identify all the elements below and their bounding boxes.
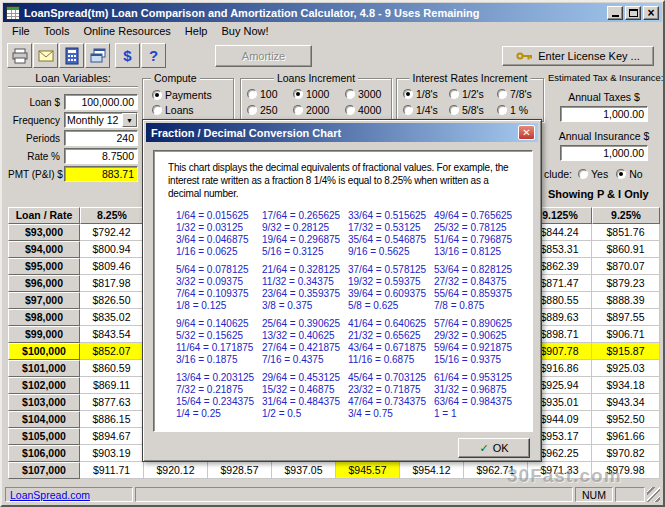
loan-row-header: $94,000 [8, 241, 80, 258]
frequency-select[interactable]: Monthly 12▼ [64, 112, 138, 128]
fraction-entry: 47/64 = 0.734375 [348, 396, 434, 408]
estimated-tax-insurance-panel: Estimated Tax & Insurance: Annual Taxes … [548, 72, 660, 161]
loans-increment-option-2000[interactable]: 2000 [293, 104, 345, 116]
menu-item-file[interactable]: File [5, 23, 37, 39]
include-row: clude: YesNo [544, 168, 643, 180]
include-option-yes[interactable]: Yes [578, 168, 608, 180]
table-cell: $928.57 [208, 462, 272, 479]
pmt-p-i-field[interactable]: 883.71 [64, 166, 138, 182]
maximize-button[interactable] [625, 6, 641, 20]
loans-increment-option-4000[interactable]: 4000 [345, 104, 391, 116]
window-title: LoanSpread(tm) Loan Comparison and Amort… [24, 7, 480, 19]
minimize-button[interactable] [607, 6, 623, 20]
fraction-entry: 21/64 = 0.328125 [262, 264, 348, 276]
loans-increment-option-250[interactable]: 250 [247, 104, 293, 116]
loan-row-header: $93,000 [8, 224, 80, 241]
fraction-entry: 5/8 = 0.625 [348, 300, 434, 312]
fraction-entry: 17/32 = 0.53125 [348, 222, 434, 234]
radio-icon [345, 89, 355, 99]
fraction-entry: 1/16 = 0.0625 [176, 246, 262, 258]
fraction-entry: 11/32 = 0.34375 [262, 276, 348, 288]
estimated-tax-insurance-title: Estimated Tax & Insurance: [548, 72, 660, 83]
table-cell: $894.67 [80, 428, 144, 445]
include-label-fragment: clude: [544, 168, 572, 180]
include-option-no[interactable]: No [616, 168, 642, 180]
loan-row-header: $106,000 [8, 445, 80, 462]
title-bar: LoanSpread(tm) Loan Comparison and Amort… [3, 3, 662, 22]
calculator-button[interactable] [59, 43, 84, 68]
status-panel [615, 487, 645, 502]
fraction-entry: 9/64 = 0.140625 [176, 318, 262, 330]
annual-taxes-field[interactable]: 1,000.00 [560, 106, 648, 122]
table-cell: $925.03 [592, 360, 660, 377]
table-cell: $852.07 [80, 343, 144, 360]
rates-increment-option-1-8-s[interactable]: 1/8's [403, 88, 449, 100]
menu-item-help[interactable]: Help [178, 23, 215, 39]
dialog-content-panel: This chart displays the decimal equivale… [153, 150, 533, 432]
annual-taxes-label: Annual Taxes $ [548, 91, 660, 103]
radio-icon [345, 105, 355, 115]
rates-increment-option-5-8-s[interactable]: 5/8's [449, 104, 497, 116]
fraction-entry: 45/64 = 0.703125 [348, 372, 434, 384]
fraction-entry: 1/64 = 0.015625 [176, 210, 262, 222]
dialog-description: This chart displays the decimal equivale… [168, 161, 520, 200]
table-cell: $888.39 [592, 292, 660, 309]
ok-button[interactable]: ✓ OK [458, 438, 530, 458]
menu-bar: FileToolsOnline ResourcesHelpBuy Now! [3, 22, 662, 40]
table-cell: $937.05 [272, 462, 336, 479]
table-cell: $792.42 [80, 224, 144, 241]
resize-grip[interactable] [647, 487, 660, 502]
help-button[interactable]: ? [141, 43, 166, 68]
column-header-8-25: 8.25% [80, 207, 144, 224]
rates-increment-option-1[interactable]: 1 % [497, 104, 541, 116]
loans-increment-option-1000[interactable]: 1000 [293, 88, 345, 100]
currency-button[interactable]: $ [115, 43, 140, 68]
enter-license-key-button[interactable]: Enter License Key ... [502, 46, 654, 66]
compute-option-loans[interactable]: Loans [152, 104, 233, 116]
fraction-entry: 59/64 = 0.921875 [434, 342, 520, 354]
fraction-entry: 27/32 = 0.84375 [434, 276, 520, 288]
rates-increment-option-1-2-s[interactable]: 1/2's [449, 88, 497, 100]
table-cell: $886.15 [80, 411, 144, 428]
loan-row-header: $103,000 [8, 394, 80, 411]
annual-insurance-field[interactable]: 1,000.00 [560, 145, 648, 161]
rate-field[interactable]: 8.7500 [64, 148, 138, 164]
table-cell: $800.94 [80, 241, 144, 258]
fraction-entry: 7/64 = 0.109375 [176, 288, 262, 300]
rates-increment-option-1-4-s[interactable]: 1/4's [403, 104, 449, 116]
fraction-entry: 51/64 = 0.796875 [434, 234, 520, 246]
compute-option-payments[interactable]: Payments [152, 89, 233, 101]
amortize-button[interactable]: Amortize [215, 45, 312, 67]
close-button[interactable]: × [643, 6, 659, 20]
menu-item-tools[interactable]: Tools [37, 23, 77, 39]
loanspread-link[interactable]: LoanSpread.com [10, 489, 90, 501]
fraction-entry: 33/64 = 0.515625 [348, 210, 434, 222]
dialog-close-button[interactable]: ✕ [518, 125, 535, 140]
radio-icon [293, 89, 303, 99]
loan-row-header: $99,000 [8, 326, 80, 343]
fraction-entry: 19/64 = 0.296875 [262, 234, 348, 246]
loans-increment-option-100[interactable]: 100 [247, 88, 293, 100]
loan-variables-panel: Loan Variables: Loan $100,000.00Frequenc… [8, 72, 138, 183]
chevron-down-icon[interactable]: ▼ [122, 113, 137, 127]
print-button[interactable] [7, 43, 32, 68]
fraction-entry: 3/4 = 0.75 [348, 408, 434, 420]
fraction-entry: 11/64 = 0.171875 [176, 342, 262, 354]
rates-increment-option-7-8-s[interactable]: 7/8's [497, 88, 541, 100]
fraction-entry: 37/64 = 0.578125 [348, 264, 434, 276]
email-button[interactable] [33, 43, 58, 68]
fraction-entry: 1/4 = 0.25 [176, 408, 262, 420]
table-cell: $920.12 [144, 462, 208, 479]
calculator-icon [63, 47, 81, 65]
compute-group-title: Compute [151, 72, 200, 84]
dialog-title: Fraction / Decimal Conversion Chart [151, 127, 341, 139]
fraction-entry: 3/32 = 0.09375 [176, 276, 262, 288]
menu-item-buy-now[interactable]: Buy Now! [214, 23, 275, 39]
cascade-windows-button[interactable] [85, 43, 110, 68]
menu-item-online-resources[interactable]: Online Resources [76, 23, 177, 39]
periods-field[interactable]: 240 [64, 130, 138, 146]
frequency-label: Frequency [8, 115, 60, 126]
loans-increment-option-3000[interactable]: 3000 [345, 88, 391, 100]
table-cell: $879.23 [592, 275, 660, 292]
loan-field[interactable]: 100,000.00 [64, 94, 138, 110]
